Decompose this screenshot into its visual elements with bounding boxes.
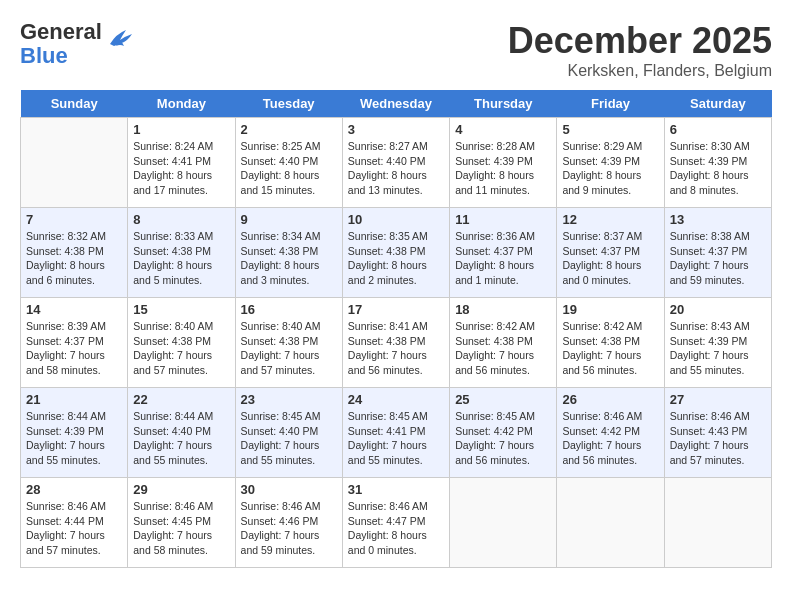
table-row: 30Sunrise: 8:46 AMSunset: 4:46 PMDayligh…	[235, 478, 342, 568]
cell-info: Sunrise: 8:45 AMSunset: 4:41 PMDaylight:…	[348, 409, 444, 468]
cell-info: Sunrise: 8:46 AMSunset: 4:47 PMDaylight:…	[348, 499, 444, 558]
table-row: 7Sunrise: 8:32 AMSunset: 4:38 PMDaylight…	[21, 208, 128, 298]
cell-info: Sunrise: 8:46 AMSunset: 4:42 PMDaylight:…	[562, 409, 658, 468]
table-row: 21Sunrise: 8:44 AMSunset: 4:39 PMDayligh…	[21, 388, 128, 478]
table-row: 15Sunrise: 8:40 AMSunset: 4:38 PMDayligh…	[128, 298, 235, 388]
table-row	[450, 478, 557, 568]
cell-info: Sunrise: 8:39 AMSunset: 4:37 PMDaylight:…	[26, 319, 122, 378]
cell-info: Sunrise: 8:28 AMSunset: 4:39 PMDaylight:…	[455, 139, 551, 198]
cell-info: Sunrise: 8:40 AMSunset: 4:38 PMDaylight:…	[133, 319, 229, 378]
table-row: 27Sunrise: 8:46 AMSunset: 4:43 PMDayligh…	[664, 388, 771, 478]
day-number: 7	[26, 212, 122, 227]
day-number: 6	[670, 122, 766, 137]
table-row: 18Sunrise: 8:42 AMSunset: 4:38 PMDayligh…	[450, 298, 557, 388]
cell-info: Sunrise: 8:41 AMSunset: 4:38 PMDaylight:…	[348, 319, 444, 378]
cell-info: Sunrise: 8:27 AMSunset: 4:40 PMDaylight:…	[348, 139, 444, 198]
cell-info: Sunrise: 8:42 AMSunset: 4:38 PMDaylight:…	[562, 319, 658, 378]
calendar-title: December 2025	[508, 20, 772, 62]
table-row: 10Sunrise: 8:35 AMSunset: 4:38 PMDayligh…	[342, 208, 449, 298]
header-friday: Friday	[557, 90, 664, 118]
cell-info: Sunrise: 8:29 AMSunset: 4:39 PMDaylight:…	[562, 139, 658, 198]
title-section: December 2025 Kerksken, Flanders, Belgiu…	[508, 20, 772, 80]
day-number: 2	[241, 122, 337, 137]
table-row	[664, 478, 771, 568]
table-row: 25Sunrise: 8:45 AMSunset: 4:42 PMDayligh…	[450, 388, 557, 478]
day-number: 31	[348, 482, 444, 497]
cell-info: Sunrise: 8:46 AMSunset: 4:44 PMDaylight:…	[26, 499, 122, 558]
table-row: 22Sunrise: 8:44 AMSunset: 4:40 PMDayligh…	[128, 388, 235, 478]
table-row: 9Sunrise: 8:34 AMSunset: 4:38 PMDaylight…	[235, 208, 342, 298]
day-number: 27	[670, 392, 766, 407]
table-row: 11Sunrise: 8:36 AMSunset: 4:37 PMDayligh…	[450, 208, 557, 298]
table-row: 28Sunrise: 8:46 AMSunset: 4:44 PMDayligh…	[21, 478, 128, 568]
cell-info: Sunrise: 8:25 AMSunset: 4:40 PMDaylight:…	[241, 139, 337, 198]
cell-info: Sunrise: 8:38 AMSunset: 4:37 PMDaylight:…	[670, 229, 766, 288]
calendar-subtitle: Kerksken, Flanders, Belgium	[508, 62, 772, 80]
table-row: 26Sunrise: 8:46 AMSunset: 4:42 PMDayligh…	[557, 388, 664, 478]
table-row: 14Sunrise: 8:39 AMSunset: 4:37 PMDayligh…	[21, 298, 128, 388]
day-number: 26	[562, 392, 658, 407]
day-number: 29	[133, 482, 229, 497]
day-number: 11	[455, 212, 551, 227]
day-number: 30	[241, 482, 337, 497]
day-number: 1	[133, 122, 229, 137]
table-row	[557, 478, 664, 568]
day-number: 8	[133, 212, 229, 227]
cell-info: Sunrise: 8:33 AMSunset: 4:38 PMDaylight:…	[133, 229, 229, 288]
cell-info: Sunrise: 8:45 AMSunset: 4:40 PMDaylight:…	[241, 409, 337, 468]
day-number: 9	[241, 212, 337, 227]
cell-info: Sunrise: 8:42 AMSunset: 4:38 PMDaylight:…	[455, 319, 551, 378]
calendar-week-row: 21Sunrise: 8:44 AMSunset: 4:39 PMDayligh…	[21, 388, 772, 478]
page-header: General Blue December 2025 Kerksken, Fla…	[20, 20, 772, 80]
cell-info: Sunrise: 8:32 AMSunset: 4:38 PMDaylight:…	[26, 229, 122, 288]
day-number: 16	[241, 302, 337, 317]
calendar-week-row: 14Sunrise: 8:39 AMSunset: 4:37 PMDayligh…	[21, 298, 772, 388]
day-number: 22	[133, 392, 229, 407]
day-number: 4	[455, 122, 551, 137]
day-number: 15	[133, 302, 229, 317]
table-row	[21, 118, 128, 208]
day-number: 14	[26, 302, 122, 317]
day-number: 13	[670, 212, 766, 227]
cell-info: Sunrise: 8:45 AMSunset: 4:42 PMDaylight:…	[455, 409, 551, 468]
header-wednesday: Wednesday	[342, 90, 449, 118]
day-number: 19	[562, 302, 658, 317]
calendar-week-row: 1Sunrise: 8:24 AMSunset: 4:41 PMDaylight…	[21, 118, 772, 208]
table-row: 17Sunrise: 8:41 AMSunset: 4:38 PMDayligh…	[342, 298, 449, 388]
cell-info: Sunrise: 8:24 AMSunset: 4:41 PMDaylight:…	[133, 139, 229, 198]
day-number: 5	[562, 122, 658, 137]
table-row: 3Sunrise: 8:27 AMSunset: 4:40 PMDaylight…	[342, 118, 449, 208]
logo-blue: Blue	[20, 43, 68, 68]
cell-info: Sunrise: 8:43 AMSunset: 4:39 PMDaylight:…	[670, 319, 766, 378]
day-number: 28	[26, 482, 122, 497]
day-number: 25	[455, 392, 551, 407]
table-row: 2Sunrise: 8:25 AMSunset: 4:40 PMDaylight…	[235, 118, 342, 208]
cell-info: Sunrise: 8:35 AMSunset: 4:38 PMDaylight:…	[348, 229, 444, 288]
table-row: 20Sunrise: 8:43 AMSunset: 4:39 PMDayligh…	[664, 298, 771, 388]
logo-general: General	[20, 19, 102, 44]
day-number: 12	[562, 212, 658, 227]
logo: General Blue	[20, 20, 134, 68]
calendar-week-row: 7Sunrise: 8:32 AMSunset: 4:38 PMDaylight…	[21, 208, 772, 298]
table-row: 29Sunrise: 8:46 AMSunset: 4:45 PMDayligh…	[128, 478, 235, 568]
calendar-table: Sunday Monday Tuesday Wednesday Thursday…	[20, 90, 772, 568]
header-monday: Monday	[128, 90, 235, 118]
table-row: 13Sunrise: 8:38 AMSunset: 4:37 PMDayligh…	[664, 208, 771, 298]
cell-info: Sunrise: 8:46 AMSunset: 4:46 PMDaylight:…	[241, 499, 337, 558]
table-row: 5Sunrise: 8:29 AMSunset: 4:39 PMDaylight…	[557, 118, 664, 208]
header-sunday: Sunday	[21, 90, 128, 118]
table-row: 16Sunrise: 8:40 AMSunset: 4:38 PMDayligh…	[235, 298, 342, 388]
day-number: 24	[348, 392, 444, 407]
header-thursday: Thursday	[450, 90, 557, 118]
day-number: 21	[26, 392, 122, 407]
day-number: 18	[455, 302, 551, 317]
day-number: 10	[348, 212, 444, 227]
table-row: 23Sunrise: 8:45 AMSunset: 4:40 PMDayligh…	[235, 388, 342, 478]
table-row: 12Sunrise: 8:37 AMSunset: 4:37 PMDayligh…	[557, 208, 664, 298]
day-number: 17	[348, 302, 444, 317]
cell-info: Sunrise: 8:30 AMSunset: 4:39 PMDaylight:…	[670, 139, 766, 198]
cell-info: Sunrise: 8:36 AMSunset: 4:37 PMDaylight:…	[455, 229, 551, 288]
day-number: 23	[241, 392, 337, 407]
day-number: 20	[670, 302, 766, 317]
table-row: 8Sunrise: 8:33 AMSunset: 4:38 PMDaylight…	[128, 208, 235, 298]
